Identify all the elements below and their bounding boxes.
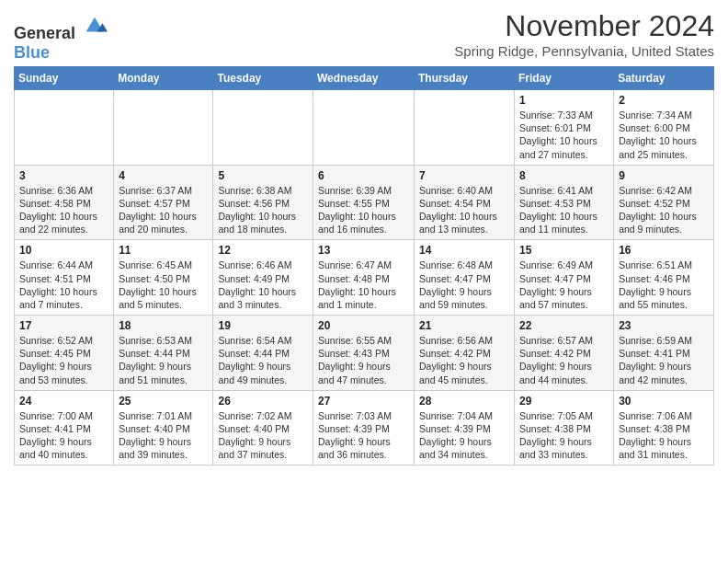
calendar-cell: 22Sunrise: 6:57 AM Sunset: 4:42 PM Dayli… xyxy=(515,316,614,391)
day-number: 6 xyxy=(318,169,409,182)
calendar-cell: 27Sunrise: 7:03 AM Sunset: 4:39 PM Dayli… xyxy=(313,390,415,465)
day-number: 12 xyxy=(218,244,308,257)
day-number: 9 xyxy=(619,169,709,182)
calendar-cell: 13Sunrise: 6:47 AM Sunset: 4:48 PM Dayli… xyxy=(313,240,415,316)
day-number: 2 xyxy=(619,94,709,107)
day-number: 5 xyxy=(218,169,308,182)
calendar-cell: 26Sunrise: 7:02 AM Sunset: 4:40 PM Dayli… xyxy=(213,390,313,465)
day-number: 18 xyxy=(119,319,208,332)
calendar-week-2: 3Sunrise: 6:36 AM Sunset: 4:58 PM Daylig… xyxy=(15,165,714,240)
day-number: 22 xyxy=(519,319,609,332)
day-number: 14 xyxy=(419,244,509,257)
day-info: Sunrise: 6:39 AM Sunset: 4:55 PM Dayligh… xyxy=(318,184,409,236)
calendar-cell: 24Sunrise: 7:00 AM Sunset: 4:41 PM Dayli… xyxy=(15,390,114,465)
weekday-header-tuesday: Tuesday xyxy=(213,67,313,90)
weekday-header-saturday: Saturday xyxy=(614,67,714,90)
calendar-cell: 30Sunrise: 7:06 AM Sunset: 4:38 PM Dayli… xyxy=(614,390,714,465)
day-number: 8 xyxy=(519,169,609,182)
day-info: Sunrise: 6:45 AM Sunset: 4:50 PM Dayligh… xyxy=(119,259,208,311)
calendar-cell: 5Sunrise: 6:38 AM Sunset: 4:56 PM Daylig… xyxy=(213,165,313,240)
calendar-cell: 11Sunrise: 6:45 AM Sunset: 4:50 PM Dayli… xyxy=(114,240,213,316)
day-info: Sunrise: 7:01 AM Sunset: 4:40 PM Dayligh… xyxy=(119,409,208,462)
calendar-cell xyxy=(313,90,415,166)
calendar-cell: 20Sunrise: 6:55 AM Sunset: 4:43 PM Dayli… xyxy=(313,316,415,391)
day-number: 30 xyxy=(619,395,709,408)
weekday-header-friday: Friday xyxy=(515,67,614,90)
day-info: Sunrise: 7:00 AM Sunset: 4:41 PM Dayligh… xyxy=(19,409,108,462)
day-info: Sunrise: 6:47 AM Sunset: 4:48 PM Dayligh… xyxy=(318,259,409,311)
calendar-cell: 23Sunrise: 6:59 AM Sunset: 4:41 PM Dayli… xyxy=(614,316,714,391)
day-number: 7 xyxy=(419,169,509,182)
day-number: 10 xyxy=(19,244,108,257)
calendar-cell: 16Sunrise: 6:51 AM Sunset: 4:46 PM Dayli… xyxy=(614,240,714,316)
day-info: Sunrise: 7:02 AM Sunset: 4:40 PM Dayligh… xyxy=(218,409,308,462)
day-info: Sunrise: 7:06 AM Sunset: 4:38 PM Dayligh… xyxy=(619,409,709,462)
day-number: 28 xyxy=(419,395,509,408)
day-info: Sunrise: 7:04 AM Sunset: 4:39 PM Dayligh… xyxy=(419,409,509,462)
logo-general: General xyxy=(14,24,75,42)
day-number: 26 xyxy=(218,395,308,408)
calendar-cell xyxy=(114,90,213,166)
calendar-cell: 17Sunrise: 6:52 AM Sunset: 4:45 PM Dayli… xyxy=(15,316,114,391)
day-info: Sunrise: 7:34 AM Sunset: 6:00 PM Dayligh… xyxy=(619,109,709,161)
day-info: Sunrise: 7:03 AM Sunset: 4:39 PM Dayligh… xyxy=(318,409,409,462)
calendar-cell: 18Sunrise: 6:53 AM Sunset: 4:44 PM Dayli… xyxy=(114,316,213,391)
weekday-header-monday: Monday xyxy=(114,67,213,90)
logo-blue: Blue xyxy=(14,43,50,62)
month-title: November 2024 xyxy=(454,9,714,43)
day-info: Sunrise: 6:51 AM Sunset: 4:46 PM Dayligh… xyxy=(619,259,709,311)
calendar-cell: 9Sunrise: 6:42 AM Sunset: 4:52 PM Daylig… xyxy=(614,165,714,240)
calendar-cell: 3Sunrise: 6:36 AM Sunset: 4:58 PM Daylig… xyxy=(15,165,114,240)
day-info: Sunrise: 6:48 AM Sunset: 4:47 PM Dayligh… xyxy=(419,259,509,311)
day-number: 13 xyxy=(318,244,409,257)
title-block: November 2024 Spring Ridge, Pennsylvania… xyxy=(454,9,714,59)
calendar-cell: 12Sunrise: 6:46 AM Sunset: 4:49 PM Dayli… xyxy=(213,240,313,316)
calendar-cell: 1Sunrise: 7:33 AM Sunset: 6:01 PM Daylig… xyxy=(515,90,614,166)
calendar-cell: 8Sunrise: 6:41 AM Sunset: 4:53 PM Daylig… xyxy=(515,165,614,240)
day-number: 25 xyxy=(119,395,208,408)
calendar-week-5: 24Sunrise: 7:00 AM Sunset: 4:41 PM Dayli… xyxy=(15,390,714,465)
logo: General Blue xyxy=(14,13,108,63)
calendar-cell: 25Sunrise: 7:01 AM Sunset: 4:40 PM Dayli… xyxy=(114,390,213,465)
calendar-cell: 15Sunrise: 6:49 AM Sunset: 4:47 PM Dayli… xyxy=(515,240,614,316)
day-info: Sunrise: 6:42 AM Sunset: 4:52 PM Dayligh… xyxy=(619,184,709,236)
day-info: Sunrise: 6:59 AM Sunset: 4:41 PM Dayligh… xyxy=(619,334,709,386)
day-number: 1 xyxy=(519,94,609,107)
calendar-week-3: 10Sunrise: 6:44 AM Sunset: 4:51 PM Dayli… xyxy=(15,240,714,316)
day-number: 17 xyxy=(19,319,108,332)
day-info: Sunrise: 6:56 AM Sunset: 4:42 PM Dayligh… xyxy=(419,334,509,386)
day-info: Sunrise: 6:52 AM Sunset: 4:45 PM Dayligh… xyxy=(19,334,108,386)
day-info: Sunrise: 6:53 AM Sunset: 4:44 PM Dayligh… xyxy=(119,334,208,386)
day-number: 29 xyxy=(519,395,609,408)
calendar-week-1: 1Sunrise: 7:33 AM Sunset: 6:01 PM Daylig… xyxy=(15,90,714,166)
day-number: 27 xyxy=(318,395,409,408)
day-info: Sunrise: 6:49 AM Sunset: 4:47 PM Dayligh… xyxy=(519,259,609,311)
calendar-cell: 19Sunrise: 6:54 AM Sunset: 4:44 PM Dayli… xyxy=(213,316,313,391)
location-subtitle: Spring Ridge, Pennsylvania, United State… xyxy=(454,43,714,59)
calendar-cell: 10Sunrise: 6:44 AM Sunset: 4:51 PM Dayli… xyxy=(15,240,114,316)
header-row: General Blue November 2024 Spring Ridge,… xyxy=(14,9,714,63)
day-number: 11 xyxy=(119,244,208,257)
day-info: Sunrise: 7:33 AM Sunset: 6:01 PM Dayligh… xyxy=(519,109,609,161)
day-number: 24 xyxy=(19,395,108,408)
weekday-header-thursday: Thursday xyxy=(415,67,515,90)
calendar-cell xyxy=(15,90,114,166)
page: General Blue November 2024 Spring Ridge,… xyxy=(0,0,728,475)
logo-text: General Blue xyxy=(14,13,108,63)
calendar-cell: 7Sunrise: 6:40 AM Sunset: 4:54 PM Daylig… xyxy=(415,165,515,240)
calendar-cell xyxy=(213,90,313,166)
weekday-header-sunday: Sunday xyxy=(15,67,114,90)
day-number: 4 xyxy=(119,169,208,182)
logo-icon xyxy=(82,13,108,39)
day-info: Sunrise: 6:40 AM Sunset: 4:54 PM Dayligh… xyxy=(419,184,509,236)
weekday-header-wednesday: Wednesday xyxy=(313,67,415,90)
day-info: Sunrise: 6:46 AM Sunset: 4:49 PM Dayligh… xyxy=(218,259,308,311)
day-number: 15 xyxy=(519,244,609,257)
calendar-header-row: SundayMondayTuesdayWednesdayThursdayFrid… xyxy=(15,67,714,90)
day-number: 16 xyxy=(619,244,709,257)
calendar-week-4: 17Sunrise: 6:52 AM Sunset: 4:45 PM Dayli… xyxy=(15,316,714,391)
calendar-cell: 4Sunrise: 6:37 AM Sunset: 4:57 PM Daylig… xyxy=(114,165,213,240)
calendar-cell: 29Sunrise: 7:05 AM Sunset: 4:38 PM Dayli… xyxy=(515,390,614,465)
day-number: 20 xyxy=(318,319,409,332)
day-info: Sunrise: 6:54 AM Sunset: 4:44 PM Dayligh… xyxy=(218,334,308,386)
